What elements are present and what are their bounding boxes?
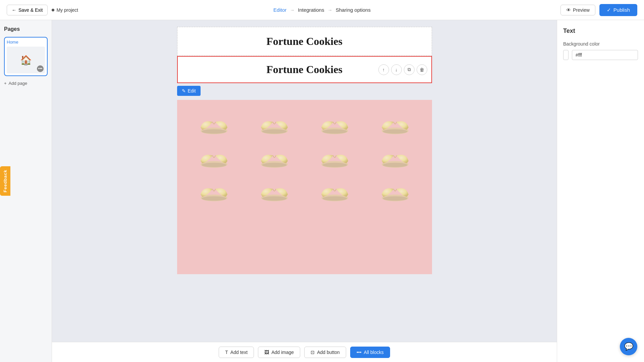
main-layout: Pages Home 🏠 ••• + Add page Fortune Cook… <box>0 20 644 362</box>
eye-icon: 👁 <box>566 7 571 13</box>
move-down-button[interactable]: ↓ <box>391 64 402 75</box>
add-text-button[interactable]: T Add text <box>219 347 254 358</box>
page-card-home[interactable]: Home 🏠 ••• <box>4 37 48 76</box>
svg-point-5 <box>322 129 347 134</box>
page-card-more-button[interactable]: ••• <box>37 65 44 72</box>
canvas-area[interactable]: Fortune Cookies Fortune Cookies ↑ ↓ ⧉ <box>52 20 557 362</box>
nav-editor[interactable]: Editor <box>273 7 286 13</box>
cookie-item <box>184 140 244 174</box>
edit-button[interactable]: ✎ Edit <box>177 86 201 96</box>
chat-icon: 💬 <box>624 342 633 351</box>
image-block[interactable] <box>177 100 432 274</box>
more-dots-icon: ••• <box>38 66 43 71</box>
header-block[interactable]: Fortune Cookies <box>177 27 432 56</box>
project-name: My project <box>52 7 78 13</box>
all-blocks-button[interactable]: ••• All blocks <box>350 347 390 358</box>
add-image-button[interactable]: 🖼 Add image <box>258 347 300 358</box>
nav-arrow-2: → <box>328 7 332 13</box>
svg-point-1 <box>202 129 226 134</box>
feedback-tab[interactable]: Feedback <box>0 166 10 196</box>
right-panel: Text Background color <box>557 20 644 362</box>
edit-btn-spacer <box>177 83 432 100</box>
button-icon: ⊡ <box>311 350 315 355</box>
preview-button[interactable]: 👁 Preview <box>560 5 595 15</box>
feedback-label: Feedback <box>0 166 10 196</box>
cookie-item <box>305 107 365 140</box>
page-canvas: Fortune Cookies Fortune Cookies ↑ ↓ ⧉ <box>177 27 432 355</box>
cookie-item <box>244 174 305 207</box>
add-page-button[interactable]: + Add page <box>4 79 48 87</box>
svg-point-9 <box>202 163 226 167</box>
cookie-item <box>244 107 305 140</box>
page-card-label: Home <box>7 40 45 45</box>
nav-integrations[interactable]: Integrations <box>298 7 324 13</box>
plus-icon: + <box>4 81 7 86</box>
copy-icon: ⧉ <box>408 67 411 72</box>
cookie-item <box>184 174 244 207</box>
arrow-down-icon: ↓ <box>395 67 397 72</box>
delete-button[interactable]: 🗑 <box>417 64 427 75</box>
bg-color-row <box>563 50 638 60</box>
project-dot <box>52 9 54 11</box>
right-panel-title: Text <box>563 27 638 35</box>
sidebar-title: Pages <box>4 26 48 32</box>
arrow-up-icon: ↑ <box>382 67 385 72</box>
pencil-icon: ✎ <box>182 88 186 94</box>
cookie-item <box>365 174 425 207</box>
move-up-button[interactable]: ↑ <box>378 64 389 75</box>
text-block-wrapper: Fortune Cookies ↑ ↓ ⧉ 🗑 <box>177 56 432 83</box>
bg-color-input[interactable] <box>572 50 638 60</box>
text-icon: T <box>225 350 228 355</box>
add-button-button[interactable]: ⊡ Add button <box>304 347 346 358</box>
block-controls: ↑ ↓ ⧉ 🗑 <box>378 64 427 75</box>
cookie-item <box>365 140 425 174</box>
svg-point-7 <box>383 129 407 134</box>
cookie-item <box>305 174 365 207</box>
topbar: ← Save & Exit My project Editor → Integr… <box>0 0 644 20</box>
svg-point-13 <box>322 163 347 167</box>
cookie-item <box>184 107 244 140</box>
delete-icon: 🗑 <box>420 67 424 72</box>
image-icon: 🖼 <box>264 350 269 355</box>
bg-color-swatch[interactable] <box>563 50 569 60</box>
nav-sharing[interactable]: Sharing options <box>336 7 371 13</box>
cookie-item <box>244 140 305 174</box>
svg-point-21 <box>322 196 347 201</box>
svg-point-11 <box>262 163 286 167</box>
home-icon: 🏠 <box>20 55 32 66</box>
arrow-left-icon: ← <box>12 7 16 13</box>
bottom-toolbar: T Add text 🖼 Add image ⊡ Add button ••• … <box>52 342 557 362</box>
check-icon: ✓ <box>607 7 611 13</box>
svg-point-17 <box>202 196 226 201</box>
page-card-thumbnail: 🏠 ••• <box>7 47 45 73</box>
text-block-selected[interactable]: Fortune Cookies ↑ ↓ ⧉ 🗑 <box>177 56 432 83</box>
cookie-item <box>305 140 365 174</box>
topbar-right: 👁 Preview ✓ Publish <box>560 4 637 16</box>
topbar-center: Editor → Integrations → Sharing options <box>273 7 371 13</box>
cookie-item <box>365 107 425 140</box>
chat-button[interactable]: 💬 <box>620 338 637 355</box>
cookie-grid <box>184 107 425 207</box>
bg-color-label: Background color <box>563 41 638 47</box>
save-exit-button[interactable]: ← Save & Exit <box>7 5 48 15</box>
svg-point-15 <box>383 163 407 167</box>
save-exit-label: Save & Exit <box>18 7 43 13</box>
publish-button[interactable]: ✓ Publish <box>599 4 637 16</box>
topbar-left: ← Save & Exit My project <box>7 5 78 15</box>
svg-point-23 <box>383 196 407 201</box>
duplicate-button[interactable]: ⧉ <box>404 64 415 75</box>
svg-point-3 <box>262 129 286 134</box>
dots-icon: ••• <box>357 350 362 355</box>
page-title: Fortune Cookies <box>184 35 425 48</box>
svg-point-19 <box>262 196 286 201</box>
nav-arrow-1: → <box>290 7 294 13</box>
add-page-label: Add page <box>9 81 28 86</box>
